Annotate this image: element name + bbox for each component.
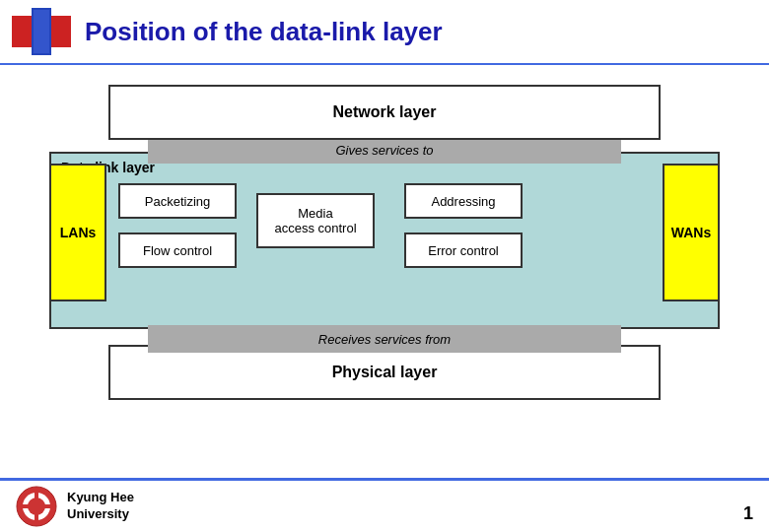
receives-services-banner: Receives services from <box>148 325 621 353</box>
network-layer-box: Network layer <box>108 85 661 140</box>
header-logo <box>12 8 71 55</box>
page-title: Position of the data-link layer <box>85 17 443 47</box>
addressing-label: Addressing <box>431 194 495 209</box>
wans-label: WANs <box>671 225 711 240</box>
error-control-box: Error control <box>404 233 523 268</box>
physical-layer-box: Physical layer <box>108 345 661 400</box>
gives-services-banner: Gives services to <box>148 136 621 164</box>
diagram: Network layer Gives services to Data lin… <box>49 85 720 449</box>
packetizing-label: Packetizing <box>145 194 210 209</box>
physical-layer-label: Physical layer <box>332 364 438 381</box>
flow-control-label: Flow control <box>143 243 212 258</box>
svg-rect-7 <box>20 504 53 508</box>
university-name: Kyung Hee University <box>67 490 134 523</box>
footer: Kyung Hee University 1 <box>0 478 769 532</box>
gives-services-label: Gives services to <box>336 143 434 158</box>
page-number: 1 <box>743 503 753 524</box>
svg-rect-2 <box>34 10 49 53</box>
packetizing-box: Packetizing <box>118 183 237 219</box>
lans-label: LANs <box>60 225 97 240</box>
header: Position of the data-link layer <box>0 0 769 65</box>
wans-box: WANs <box>663 164 720 301</box>
title-prefix: Position of the <box>85 17 270 46</box>
footer-logo <box>16 486 57 527</box>
flow-control-box: Flow control <box>118 233 237 268</box>
title-highlight: data-link <box>270 17 376 46</box>
receives-services-label: Receives services from <box>318 332 451 347</box>
error-control-label: Error control <box>428 243 499 258</box>
network-layer-label: Network layer <box>333 103 437 121</box>
lans-box: LANs <box>49 164 106 301</box>
addressing-box: Addressing <box>404 183 523 219</box>
media-access-box: Media access control <box>256 193 375 248</box>
media-access-label: Media access control <box>274 206 356 235</box>
title-suffix: layer <box>376 17 443 46</box>
university-line1: Kyung Hee <box>67 490 134 504</box>
main-content: Network layer Gives services to Data lin… <box>0 65 769 459</box>
university-line2: University <box>67 506 129 521</box>
